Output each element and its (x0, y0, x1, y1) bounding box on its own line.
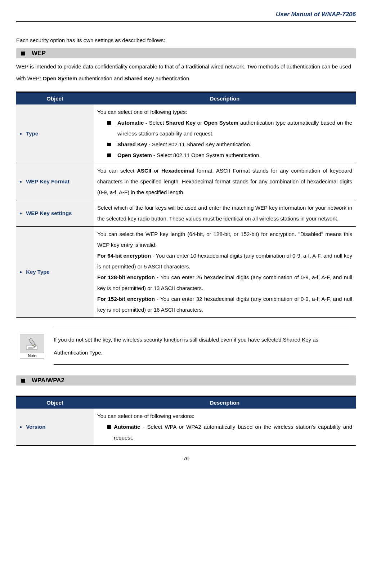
version-options-list: Automatic - Select WPA or WPA2 automatic… (97, 422, 352, 443)
page-header: User Manual of WNAP-7206 (16, 11, 356, 22)
desc-bold: ASCII (137, 168, 151, 174)
wpa-table: Object Description Version You can selec… (16, 396, 356, 446)
description-cell: You can select the WEP key length (64-bi… (94, 227, 356, 318)
wep-desc-bold: Shared Key (124, 75, 154, 81)
description-cell: You can select one of following types: A… (94, 104, 356, 163)
section-heading-wpa: WPA/WPA2 (16, 375, 356, 386)
desc-para: You can select the WEP key length (64-bi… (97, 229, 352, 250)
square-bullet-icon (21, 379, 25, 383)
table-row-wepkeysettings: WEP Key settings Select which of the fou… (16, 200, 356, 227)
square-bullet-icon (21, 52, 25, 55)
section-heading-label: WEP (32, 50, 46, 57)
bullet-icon (20, 213, 22, 214)
table-header-row: Object Description (16, 92, 356, 105)
item-bold: Open System (204, 120, 238, 126)
note-icon: Note (20, 334, 44, 358)
desc-text: or (151, 168, 161, 174)
item-bold: Open System - (117, 152, 157, 158)
object-cell: WEP Key Format (16, 163, 94, 200)
object-cell: WEP Key settings (16, 200, 94, 227)
wep-desc-bold: Open System (42, 75, 77, 81)
description-cell: Select which of the four keys will be us… (94, 200, 356, 227)
table-header-description: Description (94, 396, 356, 409)
intro-text: Each security option has its own setting… (16, 36, 356, 45)
list-item: Automatic - Select Shared Key or Open Sy… (107, 117, 352, 139)
object-label: Version (26, 424, 45, 430)
wep-table: Object Description Type You can select o… (16, 92, 356, 318)
table-header-description: Description (94, 92, 356, 105)
svg-rect-0 (26, 346, 37, 349)
table-header-object: Object (16, 92, 94, 105)
bullet-icon (20, 426, 22, 428)
table-row-keytype: Key Type You can select the WEP key leng… (16, 227, 356, 318)
bullet-icon (20, 181, 22, 183)
desc-bold: For 152-bit encryption (97, 296, 155, 302)
object-label: Key Type (26, 269, 50, 275)
desc-text: You can select (97, 168, 137, 174)
object-label: Type (26, 131, 38, 137)
section-heading-wep: WEP (16, 48, 356, 58)
desc-intro: You can select one of following types: (97, 107, 352, 117)
table-row-wepkeyformat: WEP Key Format You can select ASCII or H… (16, 163, 356, 200)
list-item: Open System - Select 802.11 Open System … (107, 150, 352, 161)
item-text: Select (147, 120, 166, 126)
note-label: Note (20, 353, 44, 358)
wep-desc-part: authentication. (154, 75, 191, 81)
note-text: If you do not set the key, the wireless … (54, 328, 349, 365)
wep-desc-part: authentication and (77, 75, 124, 81)
object-label: WEP Key Format (26, 179, 70, 185)
list-item: Automatic - Select WPA or WPA2 automatic… (107, 422, 352, 443)
list-item: Shared Key - Select 802.11 Shared Key au… (107, 139, 352, 150)
desc-bold: For 64-bit encryption (97, 253, 151, 259)
description-cell: You can select one of following versions… (94, 409, 356, 446)
pencil-icon (25, 334, 39, 353)
item-bold: Automatic - (117, 120, 147, 126)
table-row-type: Type You can select one of following typ… (16, 104, 356, 163)
table-header-row: Object Description (16, 396, 356, 409)
item-bold: Shared Key (166, 120, 196, 126)
wep-description: WEP is intended to provide data confiden… (16, 61, 356, 84)
desc-intro: You can select one of following versions… (97, 411, 352, 422)
item-text: Select 802.11 Open System authentication… (157, 152, 261, 158)
desc-bold: Hexadecimal (161, 168, 194, 174)
section-heading-label: WPA/WPA2 (32, 377, 64, 384)
table-header-object: Object (16, 396, 94, 409)
bullet-icon (20, 271, 22, 273)
desc-para: For 128-bit encryption - You can enter 2… (97, 272, 352, 294)
item-text: or (196, 120, 204, 126)
desc-bold: For 128-bit encryption (97, 274, 155, 280)
bullet-icon (20, 133, 22, 135)
page-number: -76- (16, 456, 356, 461)
object-cell: Type (16, 104, 94, 163)
item-bold: Automatic (114, 424, 140, 430)
item-text: Select 802.11 Shared Key authentication. (152, 141, 251, 147)
type-options-list: Automatic - Select Shared Key or Open Sy… (97, 117, 352, 161)
item-text: - Select WPA or WPA2 automatically based… (114, 424, 352, 441)
note-box: Note If you do not set the key, the wire… (20, 328, 349, 365)
item-bold: Shared Key - (117, 141, 152, 147)
desc-para: For 152-bit encryption - You can enter 3… (97, 294, 352, 315)
object-cell: Version (16, 409, 94, 446)
description-cell: You can select ASCII or Hexadecimal form… (94, 163, 356, 200)
table-row-version: Version You can select one of following … (16, 409, 356, 446)
object-label: WEP Key settings (26, 210, 72, 217)
object-cell: Key Type (16, 227, 94, 318)
desc-para: For 64-bit encryption - You can enter 10… (97, 250, 352, 272)
